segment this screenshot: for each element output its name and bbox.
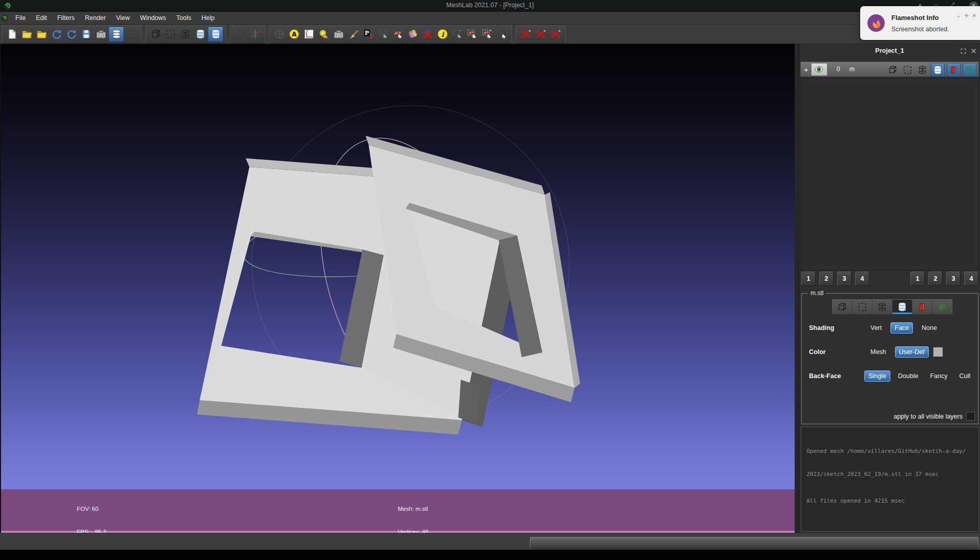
notification-collapse-icon[interactable]: ⌄ [956, 13, 961, 18]
show-labels-icon[interactable] [287, 27, 301, 42]
reload-icon[interactable] [49, 27, 63, 42]
layer-list-area[interactable] [800, 78, 979, 271]
info-icon[interactable] [435, 27, 450, 42]
layer-name: m [849, 66, 855, 73]
layer-row[interactable]: + 0 m [800, 61, 979, 77]
raster-camera-icon[interactable] [331, 27, 346, 42]
menu-bar: File Edit Filters Render View Windows To… [0, 12, 980, 25]
notification-title: Flameshot Info [891, 14, 939, 22]
menu-windows[interactable]: Windows [135, 12, 172, 24]
new-document-icon[interactable] [5, 27, 19, 42]
tab-flat-shading[interactable] [892, 300, 912, 314]
snapshot-icon[interactable] [94, 27, 108, 42]
menu-help[interactable]: Help [197, 12, 220, 24]
buffer-1-button[interactable]: 1 [801, 272, 816, 286]
points-mode-icon[interactable] [163, 27, 178, 42]
show-axes-icon[interactable] [248, 27, 262, 42]
color-mesh-button[interactable]: Mesh [866, 346, 890, 358]
window-title: MeshLab 2021.07 - [Project_1] [0, 2, 980, 9]
notification-card[interactable]: Flameshot Info Screenshot aborted. ⌄ ✛ ✕ [860, 6, 980, 40]
select-vertex-icon[interactable] [376, 27, 390, 42]
backface-fancy-button[interactable]: Fancy [926, 370, 951, 382]
show-raster-icon[interactable] [124, 27, 139, 42]
menu-edit[interactable]: Edit [31, 12, 52, 24]
align-tool-icon[interactable] [406, 27, 420, 42]
open-project-icon[interactable] [19, 27, 34, 42]
delete-faces-vertices-icon[interactable] [548, 27, 563, 42]
horizontal-scrollbar[interactable] [530, 537, 978, 549]
color-label: Color [809, 348, 826, 356]
wireframe-mode-icon[interactable] [178, 27, 193, 42]
float-panel-icon[interactable] [960, 48, 967, 54]
delete-faces-icon[interactable] [519, 27, 533, 42]
trackball-icon[interactable] [272, 27, 286, 42]
layer-points-icon[interactable] [901, 64, 914, 76]
point-deletion-icon[interactable] [420, 27, 435, 42]
shading-vert-button[interactable]: Vert [866, 322, 886, 334]
toolbar-group-texture [230, 25, 265, 44]
buffer-5-button[interactable]: 1 [910, 272, 925, 286]
apply-all-checkbox[interactable] [966, 412, 975, 421]
tab-texture[interactable] [912, 300, 932, 314]
reload-mesh-icon[interactable] [64, 27, 78, 42]
log-line: All files opened in 4215 msec [806, 497, 973, 505]
shading-face-button[interactable]: Face [890, 322, 913, 334]
tab-wireframe[interactable] [872, 300, 892, 314]
close-panel-icon[interactable] [970, 48, 977, 54]
viewport-3d[interactable]: FOV: 60 FPS: 95.2 BO_RENDERING Mesh: m.s… [0, 44, 795, 533]
menu-file[interactable]: File [10, 12, 31, 24]
panel-splitter[interactable] [795, 44, 799, 533]
select-face-icon[interactable] [391, 27, 405, 42]
tab-points[interactable] [853, 300, 872, 314]
tab-decorators[interactable] [932, 300, 952, 314]
menu-filters[interactable]: Filters [52, 12, 80, 24]
layer-texture-icon[interactable] [947, 63, 961, 77]
select-rect-icon[interactable] [450, 27, 464, 42]
bbox-mode-icon[interactable] [148, 27, 163, 42]
buffer-7-button[interactable]: 3 [946, 272, 961, 286]
pick-points-icon[interactable] [361, 27, 375, 42]
backface-cull-button[interactable]: Cull [955, 370, 974, 382]
layer-wireframe-icon[interactable] [916, 64, 929, 76]
layer-flat-shading-icon[interactable] [931, 63, 945, 77]
menu-tools[interactable]: Tools [171, 12, 196, 24]
notification-close-icon[interactable]: ✕ [972, 13, 976, 18]
shading-none-button[interactable]: None [918, 322, 941, 334]
measure-tool-icon[interactable] [316, 27, 331, 42]
tab-bbox[interactable] [833, 300, 853, 314]
import-mesh-icon[interactable] [34, 27, 49, 42]
texture-mode-icon[interactable] [233, 27, 247, 42]
delete-vertices-icon[interactable] [534, 27, 548, 42]
save-project-icon[interactable] [79, 27, 93, 42]
panel-title: Project_1 [799, 47, 980, 54]
notification-expand-icon[interactable]: ✛ [964, 13, 968, 18]
buffer-2-button[interactable]: 2 [819, 272, 834, 286]
buffer-8-button[interactable]: 4 [964, 272, 978, 286]
log-area[interactable]: Opened mesh /home/villares/GitHub/sketch… [801, 427, 979, 532]
add-layer-button[interactable]: + [804, 65, 808, 74]
quoted-box-icon[interactable] [302, 27, 316, 42]
show-layers-icon[interactable] [109, 27, 124, 42]
paint-tool-icon[interactable] [346, 27, 360, 42]
layer-bbox-icon[interactable] [886, 64, 899, 76]
color-userdef-button[interactable]: User-Def [895, 346, 929, 358]
layer-visibility-button[interactable] [811, 63, 827, 76]
log-line: Opened mesh /home/villares/GitHub/sketch… [806, 447, 973, 455]
panel-header[interactable]: Project_1 [799, 44, 980, 59]
lasso-select-icon[interactable] [495, 27, 509, 42]
select-faces-visible-icon[interactable] [480, 27, 494, 42]
shading-row: Shading Vert Face None [802, 322, 978, 335]
flat-shading-icon[interactable] [208, 27, 223, 42]
buffer-6-button[interactable]: 2 [928, 272, 943, 286]
select-faces-icon[interactable] [465, 27, 479, 42]
backface-double-button[interactable]: Double [894, 370, 923, 382]
color-swatch[interactable] [933, 347, 943, 357]
layer-decorators-icon[interactable] [963, 63, 976, 77]
buffer-3-button[interactable]: 3 [837, 272, 851, 286]
menu-view[interactable]: View [111, 12, 135, 24]
backface-single-button[interactable]: Single [864, 370, 890, 382]
backface-label: Back-Face [809, 372, 841, 380]
buffer-4-button[interactable]: 4 [855, 272, 869, 286]
smooth-shading-icon[interactable] [193, 27, 207, 42]
menu-render[interactable]: Render [80, 12, 111, 24]
